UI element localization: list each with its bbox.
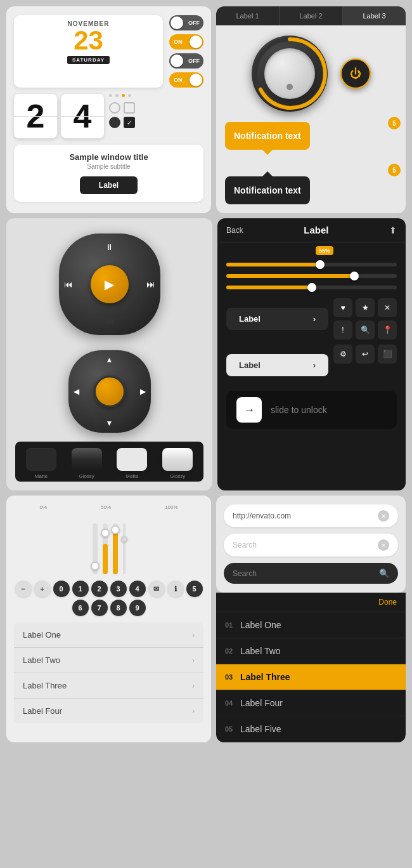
rewind-button[interactable]: ⏮ <box>64 279 73 289</box>
right-button[interactable]: ▶ <box>140 387 146 396</box>
url-clear-button[interactable]: ✕ <box>378 510 389 522</box>
num-btn-1[interactable]: 1 <box>72 581 89 597</box>
num-btn-0[interactable]: 0 <box>53 581 70 597</box>
num-btn-2[interactable]: 2 <box>91 581 108 597</box>
vslider-b-track[interactable] <box>103 523 108 574</box>
slider-3-thumb <box>307 283 316 292</box>
list-text-2: Label Two <box>23 655 60 665</box>
num-btn-7[interactable]: 7 <box>91 600 108 616</box>
square-icon-btn[interactable]: ⬛ <box>378 345 397 364</box>
vslider-d-track[interactable] <box>123 523 126 574</box>
power-button[interactable]: ⏻ <box>340 58 371 89</box>
list-item-3[interactable]: Label Three <box>14 673 203 699</box>
label-btn-1[interactable]: Label › <box>226 308 328 330</box>
search-field-2[interactable]: Search 🔍 <box>224 563 398 584</box>
toggle-knob-3 <box>171 55 183 67</box>
num-btn-5[interactable]: 5 <box>186 581 203 597</box>
undo-icon-btn[interactable]: ↩ <box>356 345 375 364</box>
vslider-b <box>103 523 108 574</box>
toggle-label-3: OFF <box>188 58 200 64</box>
list-item-1[interactable]: Label One <box>14 622 203 648</box>
vslider-a-track[interactable] <box>93 523 98 574</box>
num-btn-4[interactable]: 4 <box>129 581 146 597</box>
right-panel-3: http://envato.com ✕ Search ✕ Search 🔍 Do… <box>216 496 406 742</box>
notif-dark-wrapper: Notification text 5 <box>225 169 397 204</box>
dark-list-item-2[interactable]: 02 Label Two <box>216 638 406 664</box>
url-field[interactable]: http://envato.com ✕ <box>224 504 398 527</box>
tab-2[interactable]: Label 2 <box>280 6 343 25</box>
slider-3-track[interactable] <box>226 286 397 289</box>
slide-unlock: → slide to unlock <box>226 391 397 429</box>
close-icon-btn[interactable]: ✕ <box>378 298 397 317</box>
window-title: Sample window title <box>22 152 196 162</box>
num-btn-9[interactable]: 9 <box>129 600 146 616</box>
slider-2-track[interactable] <box>226 274 397 278</box>
dark-list-item-4[interactable]: 04 Label Four <box>216 690 406 716</box>
num-btn-8[interactable]: 8 <box>110 600 127 616</box>
dark-list-item-5[interactable]: 05 Label Five <box>216 716 406 742</box>
dot <box>109 94 112 97</box>
vslider-c-track[interactable] <box>113 523 118 574</box>
spacer <box>138 102 150 114</box>
checkbox-checked[interactable]: ✓ <box>124 117 135 128</box>
search-placeholder-1: Search <box>233 541 257 549</box>
search-clear-button-1[interactable]: ✕ <box>378 539 389 551</box>
pause-button[interactable]: ⏸ <box>105 242 113 252</box>
plus-btn[interactable]: + <box>34 581 51 597</box>
down-button[interactable]: ▼ <box>106 419 113 428</box>
toggle-4[interactable]: ON <box>169 72 203 88</box>
tab-1[interactable]: Label 1 <box>216 6 280 25</box>
list-panel-left: Label One Label Two Label Three Label Fo… <box>14 622 203 723</box>
left-button[interactable]: ◀ <box>74 387 79 396</box>
gear-icon-btn[interactable]: ⚙ <box>333 345 352 364</box>
checkbox-unchecked[interactable] <box>124 102 135 114</box>
search-icon-btn[interactable]: 🔍 <box>356 320 375 339</box>
dark-list-text-5: Label Five <box>240 724 281 734</box>
back-button[interactable]: Back <box>226 226 243 235</box>
label-btn-2[interactable]: Label › <box>226 354 328 376</box>
star-icon-btn[interactable]: ★ <box>356 298 375 317</box>
radio-unchecked[interactable] <box>109 102 120 114</box>
list-item-4[interactable]: Label Four <box>14 699 203 723</box>
btn-glossy-light[interactable] <box>162 448 193 471</box>
minus-btn[interactable]: − <box>15 581 32 597</box>
notification-dark-button[interactable]: Notification text <box>225 176 310 204</box>
vslider-area: 0% 50% 100% <box>14 504 203 574</box>
toggle-3[interactable]: OFF <box>169 53 203 69</box>
search-field-1[interactable]: Search ✕ <box>224 534 398 556</box>
list-item-2[interactable]: Label Two <box>14 648 203 673</box>
num-btn-6[interactable]: 6 <box>72 600 89 616</box>
stop-button[interactable] <box>105 315 114 324</box>
export-button[interactable]: ⬆ <box>389 225 397 235</box>
scroll-ctrl: ▲ ▼ ◀ ▶ <box>68 350 151 433</box>
done-button[interactable]: Done <box>378 598 397 607</box>
btn-matte-light[interactable] <box>117 448 147 471</box>
scroll-center[interactable] <box>94 376 126 407</box>
unlock-arrow-button[interactable]: → <box>236 397 262 423</box>
up-button[interactable]: ▲ <box>106 355 113 364</box>
num-btn-3[interactable]: 3 <box>110 581 127 597</box>
dark-list-item-1[interactable]: 01 Label One <box>216 612 406 638</box>
play-button[interactable]: ▶ <box>91 265 129 303</box>
btn-glossy-dark[interactable] <box>72 448 102 471</box>
pin-icon-btn[interactable]: 📍 <box>378 320 397 339</box>
heart-icon-btn[interactable]: ♥ <box>333 298 352 317</box>
dark-list-item-3[interactable]: 03 Label Three <box>216 664 406 690</box>
fast-forward-button[interactable]: ⏭ <box>146 279 155 289</box>
info-icon-btn[interactable]: ! <box>333 320 352 339</box>
toggle-1[interactable]: OFF <box>169 15 203 30</box>
knob-outer[interactable] <box>252 36 328 112</box>
slider-1-track[interactable]: 55% <box>226 263 397 266</box>
vslider-label-0: 0% <box>39 504 47 510</box>
label-button[interactable]: Label <box>80 176 138 194</box>
scroll-dpad-container: ▲ ▼ ◀ ▶ <box>15 350 203 433</box>
tab-3[interactable]: Label 3 <box>343 6 406 25</box>
toggle-2[interactable]: ON <box>169 34 203 49</box>
btn-style-matte-dark: Matte <box>26 448 56 479</box>
radio-checked[interactable] <box>109 117 120 128</box>
info-btn[interactable]: ℹ <box>167 581 184 597</box>
btn-matte-dark[interactable] <box>26 448 56 471</box>
mail-btn[interactable]: ✉ <box>148 581 165 597</box>
btn-label-glossy-light: Glossy <box>170 473 185 479</box>
notification-orange-button[interactable]: Notification text <box>225 122 310 150</box>
